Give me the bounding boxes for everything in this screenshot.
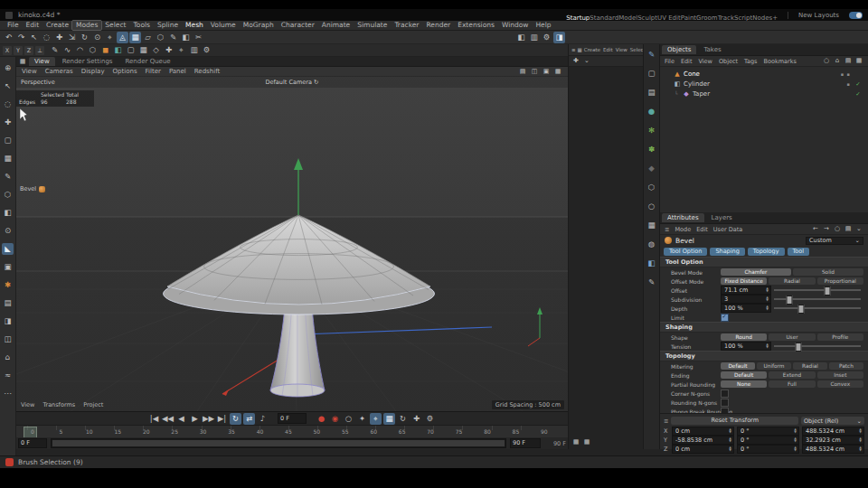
mirror-tool-icon[interactable]: ◫ — [2, 333, 14, 345]
brush-tool-icon[interactable]: ✱ — [2, 279, 14, 291]
ngon-icon[interactable]: ⬡ — [87, 44, 99, 56]
section-heading-shaping[interactable]: Shaping — [660, 322, 868, 333]
position-field[interactable]: 0 cm — [672, 445, 734, 454]
section-heading-tool-option[interactable]: Tool Option — [660, 257, 868, 267]
arc-icon[interactable]: ◠ — [74, 44, 86, 56]
rotate-icon[interactable]: ↻ — [79, 32, 90, 43]
redo-icon[interactable]: ↷ — [15, 32, 27, 43]
pen-icon[interactable]: ✎ — [646, 49, 657, 61]
add-icon[interactable]: ✚ — [571, 57, 580, 66]
partial-rounding-option[interactable]: Full — [769, 380, 815, 388]
move-tool-icon[interactable]: ✚ — [2, 117, 14, 128]
instance-icon[interactable]: ◇ — [150, 44, 162, 56]
record-icon[interactable]: ● — [316, 413, 327, 425]
play-icon[interactable]: ▶ — [189, 413, 201, 425]
menu-item[interactable]: Tools — [130, 21, 154, 30]
depth-slider[interactable] — [774, 307, 861, 309]
menu-item[interactable]: Tracker — [391, 21, 422, 30]
workplane-icon[interactable]: ▱ — [142, 32, 154, 43]
shape-option[interactable]: Round — [721, 333, 767, 341]
field-spinner[interactable] — [765, 296, 769, 301]
field-spinner[interactable] — [765, 343, 769, 348]
ending-option[interactable]: Default — [721, 371, 767, 379]
panel-menu-icon[interactable]: ▦ — [18, 57, 27, 66]
pingpong-icon[interactable]: ⇄ — [243, 413, 255, 425]
object-manager-tab[interactable]: Objects — [662, 45, 696, 54]
chevron-down-icon[interactable]: ⌄ — [582, 57, 591, 66]
menu-item[interactable]: Volume — [207, 21, 240, 30]
scale-field[interactable]: 488.5324 cm — [802, 445, 864, 454]
field-spinner[interactable] — [793, 437, 797, 442]
cube-primitive-icon[interactable]: ◼ — [99, 44, 111, 56]
settings-icon[interactable]: ⚙ — [201, 44, 212, 56]
field-spinner[interactable] — [793, 446, 797, 451]
ending-option[interactable]: Extend — [769, 371, 815, 379]
bevel-mode-option[interactable]: Solid — [793, 268, 863, 276]
wire-sphere-icon[interactable]: ◍ — [646, 239, 657, 250]
3d-scene[interactable] — [16, 67, 568, 411]
rotation-field[interactable]: 0 ° — [737, 445, 799, 454]
attribute-manager-tab[interactable]: Attributes — [662, 213, 704, 222]
filter-grid-icon[interactable]: ▦ — [854, 57, 863, 66]
zoom-tool-icon[interactable]: ⊕ — [2, 62, 14, 74]
move-icon[interactable]: ✚ — [53, 32, 65, 43]
object-name[interactable]: Taper — [693, 90, 710, 98]
extrude-icon[interactable]: ◧ — [180, 32, 192, 43]
slider-handle[interactable] — [797, 305, 804, 314]
timeline-ruler[interactable]: 051015202530354045505560657075808590 — [16, 425, 568, 437]
scale-icon[interactable]: ⇲ — [66, 32, 78, 43]
edit-pencil-icon[interactable]: ✎ — [646, 277, 657, 288]
menu-item[interactable]: Render — [422, 21, 454, 30]
object-row[interactable]: ◧ Cylinder ▪ ✓ — [660, 79, 868, 89]
loop-icon[interactable]: ↻ — [230, 413, 241, 425]
reset-transform-button[interactable]: Reset Transform — [671, 417, 798, 425]
footer-menu-item[interactable]: View — [21, 401, 34, 408]
coordinate-space-dropdown[interactable]: Object (Rel) ⌄ — [801, 417, 864, 425]
attribute-manager-tab[interactable]: Layers — [706, 213, 738, 222]
range-track[interactable] — [51, 438, 506, 448]
plane-primitive-icon[interactable]: ▢ — [125, 44, 137, 56]
maximize-icon[interactable]: ▣ — [542, 67, 551, 76]
viewport-menu-item[interactable]: Options — [113, 68, 137, 75]
back-icon[interactable]: ← — [811, 225, 820, 234]
mitering-option[interactable]: Patch — [829, 362, 863, 370]
axis-lock-toggle[interactable]: X — [3, 46, 12, 55]
viewport-menu-item[interactable]: Redshift — [194, 68, 220, 75]
range-bar[interactable] — [52, 440, 505, 446]
keyframe-icon[interactable]: ○ — [343, 413, 354, 425]
material-panel-body[interactable] — [569, 67, 643, 449]
range-end-field[interactable]: 90 F — [510, 438, 541, 448]
ending-option[interactable]: Inset — [817, 371, 863, 379]
split-view-icon[interactable]: ◫ — [530, 67, 539, 76]
depth-field[interactable]: 100 % — [721, 304, 771, 313]
object-row[interactable]: ▲ Cone ▪ ▪ — [660, 69, 868, 79]
current-frame-field[interactable]: 0 F — [278, 413, 307, 424]
bevel-tool-icon[interactable]: ◣ — [2, 243, 14, 255]
offset-mode-option[interactable]: Proportional — [817, 277, 863, 285]
circle-icon[interactable]: ○ — [646, 201, 657, 212]
plane-icon[interactable]: ▢ — [646, 68, 657, 80]
hamburger-icon[interactable]: ≡ — [571, 47, 576, 52]
field-spinner[interactable] — [765, 305, 769, 310]
lasso-selection-icon[interactable]: ◌ — [41, 32, 52, 43]
slider-handle[interactable] — [787, 296, 793, 305]
attribute-menu-item[interactable]: User Data — [713, 226, 742, 233]
footer-menu-item[interactable]: Project — [83, 401, 103, 408]
object-menu-item[interactable]: Bookmarks — [763, 58, 796, 65]
field-spinner[interactable] — [858, 437, 863, 442]
position-field[interactable]: 0 cm — [672, 427, 734, 436]
autokey-icon[interactable]: ◉ — [329, 413, 341, 425]
smooth-tool-icon[interactable]: ▤ — [2, 297, 14, 309]
field-spinner[interactable] — [728, 437, 732, 442]
subdivide-icon[interactable]: ✚ — [163, 44, 175, 56]
rotation-field[interactable]: 0 ° — [737, 436, 799, 445]
menu-item[interactable]: Animate — [318, 21, 354, 30]
panel-menu-icon[interactable]: ⌄ — [854, 225, 863, 234]
search-icon[interactable]: ○ — [822, 57, 831, 66]
shape-option[interactable]: Profile — [817, 333, 863, 341]
snap-icon[interactable]: ◬ — [117, 32, 128, 43]
grid-icon[interactable]: ▦ — [646, 220, 657, 231]
more-icon[interactable]: ⋯ — [2, 388, 14, 399]
record-rotation-icon[interactable]: ↻ — [397, 413, 409, 425]
field-spinner[interactable] — [858, 446, 863, 451]
